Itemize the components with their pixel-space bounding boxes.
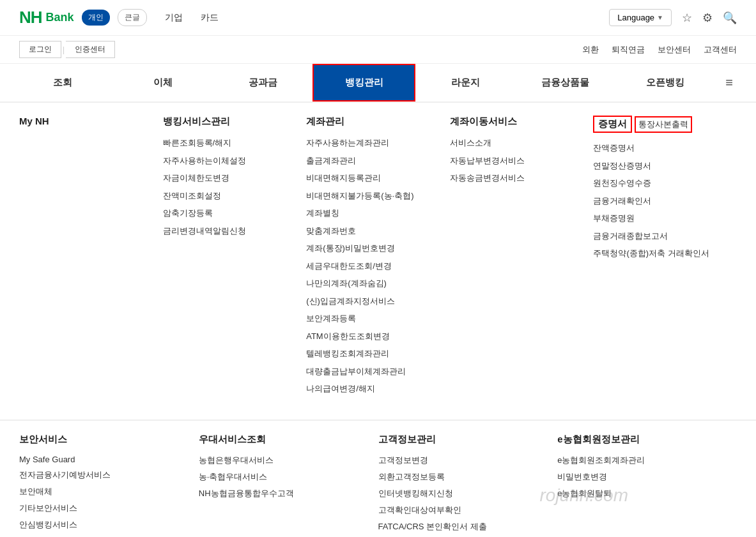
- bottom-link[interactable]: 고객확인대상여부확인: [378, 504, 558, 516]
- bottom-link-mysafeguard[interactable]: My Safe Guard: [19, 455, 199, 464]
- login-button[interactable]: 로그인: [19, 41, 61, 58]
- menu-link[interactable]: 잔액미조회설정: [163, 190, 307, 202]
- menu-link[interactable]: 금융거래확인서: [593, 195, 737, 208]
- menu-link[interactable]: 서비스소개: [450, 137, 594, 149]
- language-label: Language: [617, 13, 654, 22]
- bottom-link[interactable]: e농협회원탈퇴: [557, 488, 737, 499]
- menu-link[interactable]: 보안계좌등록: [306, 312, 450, 325]
- menu-link[interactable]: 암축기장등록: [163, 207, 307, 220]
- sub-header: 로그인 | 인증센터 외환 퇴직연금 보안센터 고객센터: [0, 36, 756, 64]
- bottom-link[interactable]: 전자금융사기예방서비스: [19, 469, 199, 481]
- gear-icon[interactable]: ⚙: [702, 11, 713, 25]
- dropdown-col-account-mgmt: 계좌관리 자주사용하는계좌관리 출금계좌관리 비대면해지등록관리 비대면해지불가…: [306, 116, 450, 400]
- bottom-title-preferential: 우대서비스조회: [199, 434, 378, 446]
- dropdown-title-account-mgmt: 계좌관리: [306, 116, 450, 128]
- bottom-title-customer-info: 고객정보관리: [378, 434, 558, 446]
- bottom-link[interactable]: 보안매체: [19, 486, 199, 497]
- bottom-link[interactable]: NH농협금융통합우수고객: [199, 488, 378, 499]
- menu-link[interactable]: 자동납부변경서비스: [450, 155, 594, 167]
- chevron-down-icon: ▼: [657, 14, 663, 21]
- bottom-col-security: 보안서비스 My Safe Guard 전자금융사기예방서비스 보안매체 기타보…: [19, 434, 199, 538]
- menu-link[interactable]: 나만의계좌(계좌숨김): [306, 277, 450, 290]
- dropdown-title-certificate: 증명서: [593, 116, 632, 133]
- exchange-link[interactable]: 외환: [582, 44, 599, 56]
- menu-link[interactable]: 맞춤계좌번호: [306, 225, 450, 238]
- nav-item-뱅킹관리[interactable]: 뱅킹관리: [312, 64, 415, 102]
- hamburger-icon[interactable]: ≡: [715, 64, 743, 102]
- logo: NH Bank: [19, 8, 74, 27]
- nav-item-조회[interactable]: 조회: [13, 65, 112, 100]
- dropdown-col-account-transfer: 계좌이동서비스 서비스소개 자동납부변경서비스 자동송금변경서비스: [450, 116, 594, 400]
- menu-link[interactable]: 대량출금납부이체계좌관리: [306, 365, 450, 378]
- nav-card-link[interactable]: 카드: [201, 12, 219, 24]
- menu-link[interactable]: 계좌별칭: [306, 207, 450, 220]
- menu-link[interactable]: ATM이용한도조회변경: [306, 330, 450, 343]
- nav-corporate-link[interactable]: 기업: [165, 12, 183, 24]
- bottom-link[interactable]: 농·축협우대서비스: [199, 471, 378, 483]
- bottom-link[interactable]: e농협회원조회계좌관리: [557, 455, 737, 466]
- menu-link-통장사본출력[interactable]: 통장사본출력: [635, 116, 692, 133]
- bottom-link[interactable]: 기타보안서비스: [19, 503, 199, 514]
- menu-link[interactable]: 부채증명원: [593, 212, 737, 225]
- dropdown-title-banking-service: 뱅킹서비스관리: [163, 116, 307, 128]
- menu-link[interactable]: 자금이체한도변경: [163, 172, 307, 185]
- menu-link[interactable]: 자주사용하는계좌관리: [306, 137, 450, 149]
- tab-large-button[interactable]: 큰글: [118, 9, 147, 26]
- bottom-link[interactable]: 외환고객정보등록: [378, 471, 558, 483]
- cert-button[interactable]: 인증센터: [66, 41, 115, 58]
- bottom-title-security: 보안서비스: [19, 434, 199, 446]
- bottom-link[interactable]: 비밀번호변경: [557, 471, 737, 483]
- menu-link[interactable]: 금리변경내역알림신청: [163, 225, 307, 238]
- bottom-link[interactable]: 인터넷뱅킹해지신청: [378, 488, 558, 499]
- dropdown-title-mynh: My NH: [19, 116, 163, 126]
- menu-link[interactable]: 연말정산증명서: [593, 160, 737, 172]
- search-icon[interactable]: 🔍: [723, 11, 737, 25]
- nav-item-금융상품물[interactable]: 금융상품물: [515, 65, 615, 100]
- menu-link[interactable]: 주택청약(종합)저축 거래확인서: [593, 247, 737, 260]
- bottom-link[interactable]: 안심뱅킹서비스: [19, 519, 199, 531]
- security-link[interactable]: 보안센터: [658, 44, 691, 56]
- menu-link[interactable]: 금융거래종합보고서: [593, 230, 737, 243]
- nav-item-이체[interactable]: 이체: [112, 65, 212, 100]
- dropdown-area: My NH 뱅킹서비스관리 빠른조회등록/해지 자주사용하는이체설정 자금이체한…: [0, 103, 756, 420]
- menu-link[interactable]: 계좌(통장)비밀번호변경: [306, 242, 450, 255]
- tab-individual-button[interactable]: 개인: [82, 10, 110, 26]
- menu-link[interactable]: 원천징수영수증: [593, 177, 737, 190]
- header: NH Bank 개인 큰글 기업 카드 Language ▼ ☆ ⚙ 🔍: [0, 0, 756, 36]
- menu-link[interactable]: 자주사용하는이체설정: [163, 155, 307, 167]
- nav-item-라운지[interactable]: 라운지: [415, 65, 515, 100]
- menu-link[interactable]: 자동송금변경서비스: [450, 172, 594, 185]
- bottom-link[interactable]: FATCA/CRS 본인확인서 제출: [378, 521, 558, 533]
- menu-link[interactable]: (신)입금계좌지정서비스: [306, 295, 450, 308]
- dropdown-col-certificate: 증명서 통장사본출력 잔액증명서 연말정산증명서 원천징수영수증 금융거래확인서…: [593, 116, 737, 400]
- menu-link[interactable]: 텔레뱅킹조회계좌관리: [306, 347, 450, 360]
- bottom-area: 보안서비스 My Safe Guard 전자금융사기예방서비스 보안매체 기타보…: [0, 421, 756, 538]
- nav-item-오픈뱅킹[interactable]: 오픈뱅킹: [615, 65, 715, 100]
- logo-nh: NH: [19, 8, 42, 27]
- header-left: NH Bank 개인 큰글 기업 카드: [19, 8, 219, 27]
- sub-header-left: 로그인 | 인증센터: [19, 41, 115, 58]
- bottom-link[interactable]: 농협은행우대서비스: [199, 455, 378, 466]
- pension-link[interactable]: 퇴직연금: [612, 44, 645, 56]
- menu-link[interactable]: 빠른조회등록/해지: [163, 137, 307, 149]
- bookmark-icon[interactable]: ☆: [682, 11, 692, 25]
- menu-link[interactable]: 잔액증명서: [593, 142, 737, 155]
- bottom-col-preferential: 우대서비스조회 농협은행우대서비스 농·축협우대서비스 NH농협금융통합우수고객: [199, 434, 378, 538]
- dropdown-col-banking-service: 뱅킹서비스관리 빠른조회등록/해지 자주사용하는이체설정 자금이체한도변경 잔액…: [163, 116, 307, 400]
- logo-bank: Bank: [46, 11, 74, 24]
- menu-link[interactable]: 비대면해지불가등록(농·축협): [306, 190, 450, 202]
- menu-link[interactable]: 비대면해지등록관리: [306, 172, 450, 185]
- dropdown-title-account-transfer: 계좌이동서비스: [450, 116, 594, 128]
- nav-item-공과금[interactable]: 공과금: [213, 65, 312, 100]
- menu-link[interactable]: 나의급여변경/해지: [306, 382, 450, 395]
- main-nav: 조회 이체 공과금 뱅킹관리 라운지 금융상품물 오픈뱅킹 ≡: [0, 64, 756, 103]
- dropdown-col-mynh: My NH: [19, 116, 163, 400]
- menu-link[interactable]: 세금우대한도조회/변경: [306, 260, 450, 273]
- language-button[interactable]: Language ▼: [609, 9, 672, 26]
- menu-link[interactable]: 출금계좌관리: [306, 155, 450, 167]
- customer-link[interactable]: 고객센터: [704, 44, 737, 56]
- bottom-link[interactable]: 고객정보변경: [378, 455, 558, 466]
- bottom-col-customer-info: 고객정보관리 고객정보변경 외환고객정보등록 인터넷뱅킹해지신청 고객확인대상여…: [378, 434, 558, 538]
- bottom-title-enonghyup: e농협회원정보관리: [557, 434, 737, 446]
- bottom-col-enonghyup: e농협회원정보관리 e농협회원조회계좌관리 비밀번호변경 e농협회원탈퇴: [557, 434, 737, 538]
